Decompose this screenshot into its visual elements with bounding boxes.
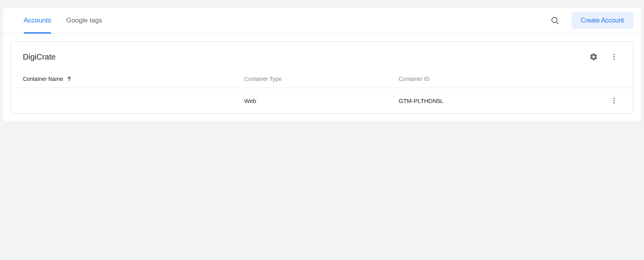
tab-accounts[interactable]: Accounts <box>24 7 51 33</box>
column-label: Container Name <box>23 76 63 82</box>
tab-bar: Accounts Google tags Create Account <box>3 7 641 34</box>
svg-line-1 <box>556 22 559 24</box>
cell-value: GTM-PLTHDN5L <box>399 97 444 104</box>
gear-icon <box>589 52 598 61</box>
container-id-cell: GTM-PLTHDN5L <box>399 97 602 104</box>
tab-google-tags[interactable]: Google tags <box>66 7 102 33</box>
svg-point-7 <box>613 100 614 101</box>
svg-point-6 <box>613 98 614 99</box>
search-button[interactable] <box>547 13 563 28</box>
column-header-type[interactable]: Container Type <box>244 76 399 82</box>
tabs: Accounts Google tags <box>24 7 102 33</box>
svg-point-0 <box>552 17 557 22</box>
container-type-cell: Web <box>244 97 399 104</box>
svg-point-3 <box>613 56 614 57</box>
column-label: Container ID <box>399 76 430 82</box>
column-header-actions <box>602 76 622 82</box>
more-vert-icon <box>610 97 618 105</box>
more-vert-icon <box>610 53 618 61</box>
column-header-name[interactable]: Container Name <box>23 76 244 82</box>
table-header-row: Container Name Container Type Container … <box>11 69 633 88</box>
svg-point-2 <box>613 54 614 55</box>
table-row[interactable]: Web GTM-PLTHDN5L <box>11 88 633 113</box>
svg-point-4 <box>613 58 614 60</box>
tab-label: Accounts <box>24 17 51 24</box>
svg-point-8 <box>613 102 614 103</box>
account-card: DigiCrate <box>11 41 633 114</box>
row-actions <box>602 93 622 108</box>
search-icon <box>550 16 560 25</box>
account-settings-button[interactable] <box>586 49 601 65</box>
tab-label: Google tags <box>66 17 102 24</box>
accounts-panel: Accounts Google tags Create Account Digi… <box>2 7 642 122</box>
create-account-button[interactable]: Create Account <box>572 12 633 29</box>
content-area: DigiCrate <box>3 34 641 122</box>
account-header: DigiCrate <box>11 42 633 69</box>
cell-value: Web <box>244 97 256 104</box>
arrow-up-icon <box>66 76 72 82</box>
account-title: DigiCrate <box>23 52 581 62</box>
button-label: Create Account <box>581 17 624 24</box>
row-more-button[interactable] <box>606 93 622 108</box>
account-more-button[interactable] <box>606 49 622 65</box>
column-label: Container Type <box>244 76 282 82</box>
column-header-id[interactable]: Container ID <box>399 76 602 82</box>
